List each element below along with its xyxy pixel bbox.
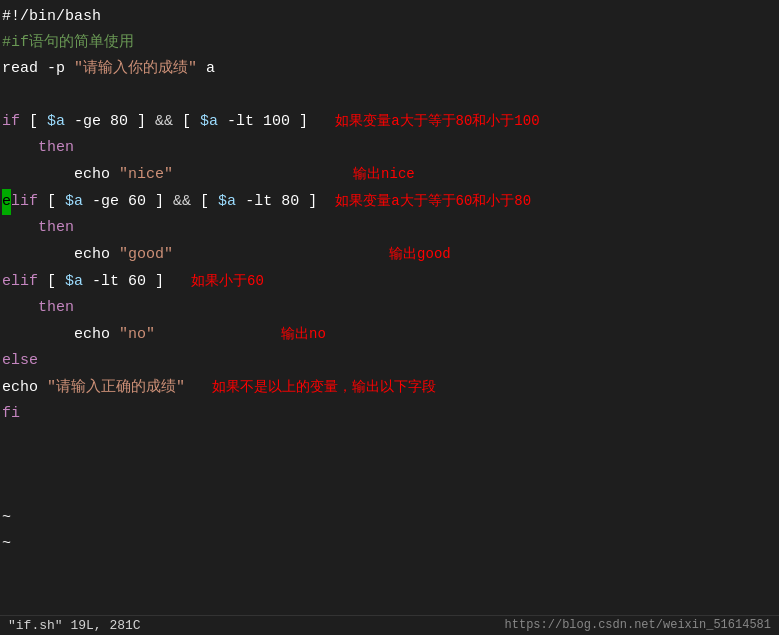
then-1-indent bbox=[2, 135, 38, 161]
code-editor: #!/bin/bash #if语句的简单使用 read -p "请输入你的成绩"… bbox=[0, 0, 779, 635]
status-file-info: "if.sh" 19L, 281C bbox=[8, 618, 141, 633]
elif1-bracket2: [ bbox=[191, 189, 218, 215]
line-echo-good: echo "good" 输出good bbox=[0, 241, 779, 268]
echo-nice-cmd: echo bbox=[2, 162, 119, 188]
tilde-2: ~ bbox=[2, 531, 11, 557]
keyword-fi: fi bbox=[2, 401, 20, 427]
keyword-then-3: then bbox=[38, 295, 74, 321]
comment-nice: 输出nice bbox=[353, 161, 415, 187]
blank-line-3 bbox=[0, 453, 779, 479]
comment-no: 输出no bbox=[281, 321, 326, 347]
var-a-4: $a bbox=[218, 189, 236, 215]
read-var: a bbox=[197, 56, 215, 82]
comment-if1: 如果变量a大于等于80和小于100 bbox=[335, 108, 539, 134]
blank-line-1 bbox=[0, 82, 779, 108]
tilde-line-2: ~ bbox=[0, 531, 779, 557]
elif2-bracket: [ bbox=[38, 269, 65, 295]
line-echo-no: echo "no" 输出no bbox=[0, 321, 779, 348]
blank-line-4 bbox=[0, 479, 779, 505]
echo-nice-space bbox=[173, 162, 353, 188]
keyword-then-1: then bbox=[38, 135, 74, 161]
keyword-elif-2: elif bbox=[2, 269, 38, 295]
line-elif-2: elif [ $a -lt 60 ] 如果小于60 bbox=[0, 268, 779, 295]
echo-good-space bbox=[173, 242, 389, 268]
comment-elif2: 如果小于60 bbox=[191, 268, 264, 294]
comment-text: #if语句的简单使用 bbox=[2, 30, 134, 56]
read-cmd: read -p bbox=[2, 56, 74, 82]
line-comment: #if语句的简单使用 bbox=[0, 30, 779, 56]
elif1-bracket1: [ bbox=[38, 189, 65, 215]
comment-elif1: 如果变量a大于等于60和小于80 bbox=[335, 188, 531, 214]
var-a-5: $a bbox=[65, 269, 83, 295]
keyword-elif-1: lif bbox=[11, 189, 38, 215]
echo-good-str: "good" bbox=[119, 242, 173, 268]
line-echo-err: echo "请输入正确的成绩" 如果不是以上的变量，输出以下字段 bbox=[0, 374, 779, 401]
if-lt100: -lt 100 ] bbox=[218, 109, 335, 135]
echo-err-space bbox=[185, 375, 212, 401]
line-then-2: then bbox=[0, 215, 779, 241]
comment-good: 输出good bbox=[389, 241, 451, 267]
line-read: read -p "请输入你的成绩" a bbox=[0, 56, 779, 82]
keyword-if: if bbox=[2, 109, 20, 135]
line-fi: fi bbox=[0, 401, 779, 427]
if-ge80: -ge 80 ] bbox=[65, 109, 155, 135]
if-bracket2: [ bbox=[173, 109, 200, 135]
operator-and-1: && bbox=[155, 109, 173, 135]
echo-nice-str: "nice" bbox=[119, 162, 173, 188]
var-a-2: $a bbox=[200, 109, 218, 135]
echo-no-str: "no" bbox=[119, 322, 155, 348]
status-url: https://blog.csdn.net/weixin_51614581 bbox=[505, 618, 771, 633]
echo-err-cmd: echo bbox=[2, 375, 47, 401]
keyword-else: else bbox=[2, 348, 38, 374]
line-elif-1: elif [ $a -ge 60 ] && [ $a -lt 80 ] 如果变量… bbox=[0, 188, 779, 215]
line-if: if [ $a -ge 80 ] && [ $a -lt 100 ] 如果变量a… bbox=[0, 108, 779, 135]
var-a-3: $a bbox=[65, 189, 83, 215]
elif1-lt80: -lt 80 ] bbox=[236, 189, 335, 215]
elif1-ge60: -ge 60 ] bbox=[83, 189, 173, 215]
line-then-3: then bbox=[0, 295, 779, 321]
line-then-1: then bbox=[0, 135, 779, 161]
keyword-then-2: then bbox=[38, 215, 74, 241]
tilde-1: ~ bbox=[2, 505, 11, 531]
var-a-1: $a bbox=[47, 109, 65, 135]
shebang-text: #!/bin/bash bbox=[2, 4, 101, 30]
then-2-indent bbox=[2, 215, 38, 241]
status-bar: "if.sh" 19L, 281C https://blog.csdn.net/… bbox=[0, 615, 779, 635]
echo-no-cmd: echo bbox=[2, 322, 119, 348]
line-else: else bbox=[0, 348, 779, 374]
line-shebang: #!/bin/bash bbox=[0, 4, 779, 30]
elif2-lt60: -lt 60 ] bbox=[83, 269, 191, 295]
echo-good-cmd: echo bbox=[2, 242, 119, 268]
echo-no-space bbox=[155, 322, 281, 348]
echo-err-str: "请输入正确的成绩" bbox=[47, 375, 185, 401]
blank-line-2 bbox=[0, 427, 779, 453]
line-echo-nice: echo "nice" 输出nice bbox=[0, 161, 779, 188]
tilde-line-1: ~ bbox=[0, 505, 779, 531]
read-prompt-string: "请输入你的成绩" bbox=[74, 56, 197, 82]
if-bracket1: [ bbox=[20, 109, 47, 135]
operator-and-2: && bbox=[173, 189, 191, 215]
comment-err: 如果不是以上的变量，输出以下字段 bbox=[212, 374, 436, 400]
then-3-indent bbox=[2, 295, 38, 321]
highlight-e: e bbox=[2, 189, 11, 215]
